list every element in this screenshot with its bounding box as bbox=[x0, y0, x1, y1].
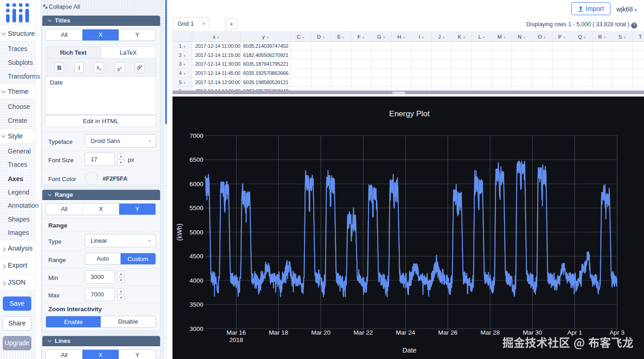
svg-text:5000: 5000 bbox=[190, 229, 203, 236]
svg-text:Mar 28: Mar 28 bbox=[480, 329, 500, 336]
svg-text:Energy Plot: Energy Plot bbox=[389, 109, 430, 118]
svg-text:3000: 3000 bbox=[190, 325, 203, 332]
svg-text:6500: 6500 bbox=[190, 156, 203, 163]
svg-text:Apr 3: Apr 3 bbox=[610, 329, 624, 336]
svg-text:Mar 26: Mar 26 bbox=[438, 329, 457, 336]
svg-text:Mar 16: Mar 16 bbox=[226, 329, 246, 336]
svg-text:Mar 20: Mar 20 bbox=[311, 329, 330, 336]
svg-text:Mar 30: Mar 30 bbox=[523, 329, 542, 336]
svg-text:Apr 1: Apr 1 bbox=[567, 329, 582, 336]
svg-text:3500: 3500 bbox=[190, 301, 203, 308]
svg-text:4500: 4500 bbox=[190, 253, 203, 260]
svg-text:Date: Date bbox=[402, 347, 417, 354]
svg-text:2018: 2018 bbox=[229, 336, 243, 343]
svg-text:6000: 6000 bbox=[190, 181, 203, 188]
svg-text:7000: 7000 bbox=[190, 132, 203, 139]
svg-text:Mar 24: Mar 24 bbox=[396, 329, 415, 336]
svg-text:Mar 22: Mar 22 bbox=[353, 329, 373, 336]
svg-text:5500: 5500 bbox=[190, 205, 203, 211]
svg-text:4000: 4000 bbox=[190, 277, 203, 284]
svg-text:(kWh): (kWh) bbox=[176, 223, 183, 240]
svg-text:Mar 18: Mar 18 bbox=[269, 329, 288, 336]
